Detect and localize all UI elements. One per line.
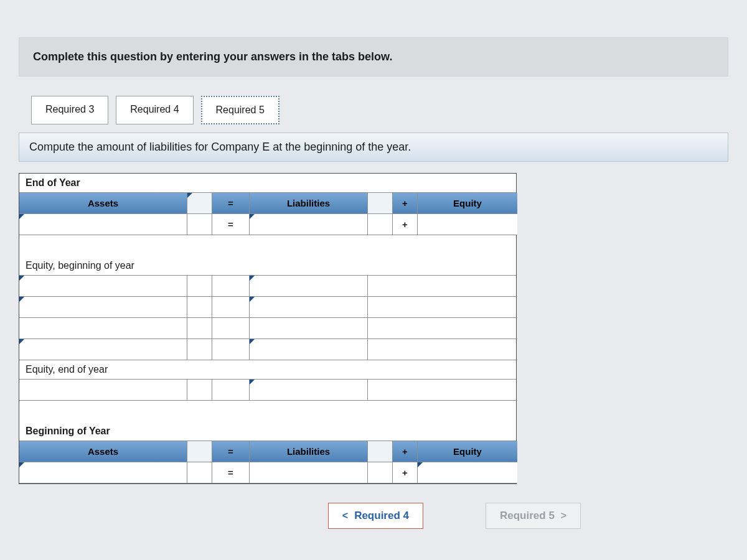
spacer	[368, 462, 393, 483]
input-equity-begin-2[interactable]	[19, 297, 187, 318]
arrow-cell	[187, 193, 212, 214]
section-begin-of-year: Beginning of Year	[19, 422, 516, 441]
nav-buttons: < Required 4 Required 5 >	[19, 503, 728, 529]
spacer	[187, 276, 212, 297]
tab-required-4[interactable]: Required 4	[116, 96, 193, 124]
input-equity-begin-val-1[interactable]	[250, 276, 368, 297]
op-eq: =	[212, 462, 250, 483]
op-eq: =	[212, 441, 250, 462]
spacer	[368, 318, 393, 339]
input-equity-begin-1[interactable]	[19, 276, 187, 297]
spacer	[418, 339, 517, 360]
tab-required-5[interactable]: Required 5	[201, 96, 280, 124]
arrow-cell	[368, 441, 393, 462]
spacer	[418, 380, 517, 401]
arrow-cell	[368, 193, 393, 214]
op-eq: =	[212, 193, 250, 214]
spacer	[187, 339, 212, 360]
tab-required-3[interactable]: Required 3	[31, 96, 108, 124]
header-liabilities-eoy: Liabilities	[250, 193, 368, 214]
spacer	[212, 276, 250, 297]
input-assets-eoy[interactable]	[19, 214, 187, 235]
next-label: Required 5	[500, 510, 555, 522]
input-equity-begin-val-2[interactable]	[250, 297, 368, 318]
header-equity-eoy: Equity	[418, 193, 517, 214]
sub-instruction: Compute the amount of liabilities for Co…	[19, 133, 728, 162]
spacer	[212, 380, 250, 401]
input-liabilities-eoy[interactable]	[250, 214, 368, 235]
spacer	[212, 339, 250, 360]
spacer	[187, 297, 212, 318]
chevron-left-icon: <	[342, 510, 348, 521]
op-eq: =	[212, 214, 250, 235]
input-assets-boy[interactable]	[19, 462, 187, 483]
op-plus: +	[393, 193, 418, 214]
spacer	[368, 276, 393, 297]
spacer	[187, 380, 212, 401]
spacer	[393, 339, 418, 360]
section-end-of-year: End of Year	[19, 174, 516, 193]
header-assets-eoy: Assets	[19, 193, 187, 214]
input-liabilities-boy[interactable]	[250, 462, 368, 483]
spacer	[212, 318, 250, 339]
input-equity-eoy[interactable]	[418, 214, 517, 235]
header-assets-boy: Assets	[19, 441, 187, 462]
input-equity-end-val[interactable]	[250, 380, 368, 401]
spacer	[187, 214, 212, 235]
op-plus: +	[393, 462, 418, 483]
spacer-row	[19, 235, 517, 244]
arrow-cell	[187, 441, 212, 462]
spacer	[368, 297, 393, 318]
spacer	[418, 318, 517, 339]
spacer	[187, 318, 212, 339]
prev-label: Required 4	[354, 510, 409, 522]
spacer	[418, 276, 517, 297]
prev-button[interactable]: < Required 4	[328, 503, 423, 529]
op-plus: +	[393, 214, 418, 235]
spacer	[19, 318, 187, 339]
worksheet: End of Year Assets = Liabilities + Equit…	[19, 173, 517, 484]
spacer	[250, 318, 368, 339]
spacer	[368, 214, 393, 235]
section-equity-end: Equity, end of year	[19, 360, 516, 380]
spacer	[393, 318, 418, 339]
tab-strip: Required 3 Required 4 Required 5	[19, 95, 728, 124]
spacer	[393, 276, 418, 297]
spacer-row	[19, 401, 517, 409]
spacer	[393, 380, 418, 401]
spacer	[418, 297, 517, 318]
section-equity-begin: Equity, beginning of year	[19, 256, 516, 276]
spacer	[368, 339, 393, 360]
spacer	[393, 297, 418, 318]
input-equity-boy[interactable]	[418, 462, 517, 483]
op-plus: +	[393, 441, 418, 462]
next-button[interactable]: Required 5 >	[486, 503, 581, 529]
input-equity-begin-3[interactable]	[19, 339, 187, 360]
spacer	[212, 297, 250, 318]
spacer	[19, 380, 187, 401]
header-equity-boy: Equity	[418, 441, 517, 462]
chevron-right-icon: >	[561, 510, 566, 521]
header-liabilities-boy: Liabilities	[250, 441, 368, 462]
input-equity-begin-val-3[interactable]	[250, 339, 368, 360]
spacer	[187, 462, 212, 483]
spacer	[368, 380, 393, 401]
instruction-bar: Complete this question by entering your …	[19, 37, 728, 77]
